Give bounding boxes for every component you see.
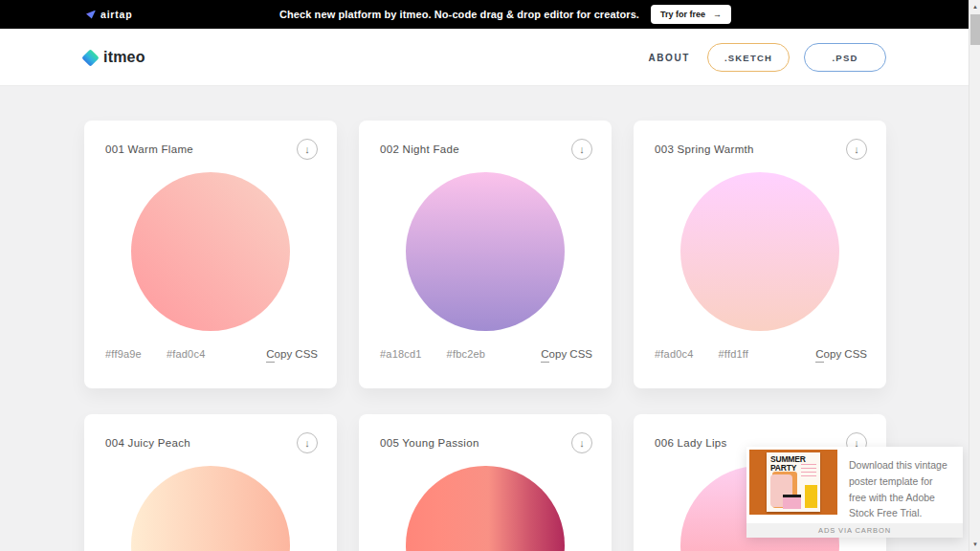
- download-icon[interactable]: ↓: [297, 139, 318, 160]
- download-icon[interactable]: ↓: [846, 139, 867, 160]
- carbon-ad-image-link[interactable]: SUMMER PARTY: [749, 450, 837, 515]
- hex-value-2: #fad0c4: [167, 348, 206, 360]
- download-icon[interactable]: ↓: [571, 139, 592, 160]
- gradient-circle: [406, 466, 565, 551]
- card-header: 001 Warm Flame ↓: [84, 121, 337, 160]
- hex-value-1: #ff9a9e: [105, 348, 142, 360]
- arrow-right-icon: →: [713, 10, 722, 19]
- card-title: 001 Warm Flame: [105, 143, 193, 155]
- scrollbar-track[interactable]: ▲ ▼: [969, 0, 980, 551]
- gradient-card-001: 001 Warm Flame ↓ #ff9a9e #fad0c4 Copy CS…: [84, 121, 337, 388]
- gradient-circle: [406, 172, 565, 331]
- summer-party-poster: SUMMER PARTY: [767, 452, 820, 512]
- card-title: 006 Lady Lips: [655, 437, 727, 449]
- sketch-download-button[interactable]: .SKETCH: [707, 43, 790, 72]
- gradient-circle: [680, 172, 839, 331]
- hex-value-1: #fad0c4: [655, 348, 694, 360]
- gradient-card-004: 004 Juicy Peach ↓: [84, 414, 337, 551]
- try-for-free-label: Try for free: [660, 10, 705, 19]
- psd-download-button[interactable]: .PSD: [804, 43, 886, 72]
- download-icon[interactable]: ↓: [297, 432, 318, 453]
- hex-value-1: #a18cd1: [380, 348, 422, 360]
- card-title: 003 Spring Warmth: [655, 143, 754, 155]
- poster-text-lines: [801, 464, 816, 477]
- announcement-center: Check new platform by itmeo. No-code dra…: [21, 0, 980, 29]
- hex-value-2: #fbc2eb: [447, 348, 486, 360]
- scroll-up-icon[interactable]: ▲: [969, 1, 980, 12]
- card-title: 002 Night Fade: [380, 143, 459, 155]
- card-header: 002 Night Fade ↓: [359, 121, 612, 160]
- scroll-down-icon[interactable]: ▼: [969, 539, 980, 550]
- scrollbar-thumb[interactable]: [970, 14, 980, 45]
- gradient-card-003: 003 Spring Warmth ↓ #fad0c4 #ffd1ff Copy…: [634, 121, 886, 388]
- site-header: itmeo ABOUT .SKETCH .PSD: [0, 29, 969, 86]
- gradient-card-005: 005 Young Passion ↓: [359, 414, 612, 551]
- copy-css-link[interactable]: Copy CSS: [266, 348, 318, 360]
- itmeo-diamond-icon: [81, 49, 99, 66]
- download-icon[interactable]: ↓: [571, 432, 592, 453]
- gradient-circle: [131, 172, 290, 331]
- poster-yellow-shape: [805, 485, 817, 508]
- card-header: 004 Juicy Peach ↓: [84, 414, 337, 453]
- copy-css-link[interactable]: Copy CSS: [815, 348, 867, 360]
- hex-value-2: #ffd1ff: [719, 348, 749, 360]
- card-title: 004 Juicy Peach: [105, 437, 190, 449]
- try-for-free-button[interactable]: Try for free →: [651, 5, 731, 24]
- header-nav: ABOUT .SKETCH .PSD: [648, 29, 886, 86]
- gradient-circle: [131, 466, 290, 551]
- gradient-card-002: 002 Night Fade ↓ #a18cd1 #fbc2eb Copy CS…: [359, 121, 612, 388]
- card-footer: #fad0c4 #ffd1ff Copy CSS: [634, 331, 886, 360]
- carbon-ad-body: SUMMER PARTY Download this vintage poste…: [746, 447, 963, 521]
- itmeo-logo-link[interactable]: itmeo: [84, 29, 145, 86]
- card-footer: #a18cd1 #fbc2eb Copy CSS: [359, 331, 612, 360]
- card-header: 003 Spring Warmth ↓: [634, 121, 886, 160]
- carbon-ad: SUMMER PARTY Download this vintage poste…: [746, 447, 963, 538]
- nav-about-link[interactable]: ABOUT: [648, 53, 690, 63]
- card-header: 005 Young Passion ↓: [359, 414, 612, 453]
- announcement-message: Check new platform by itmeo. No-code dra…: [279, 9, 639, 20]
- copy-css-link[interactable]: Copy CSS: [541, 348, 592, 360]
- announcement-bar: airtap Check new platform by itmeo. No-c…: [0, 0, 969, 29]
- ads-via-carbon-label: ADS VIA CARBON: [746, 523, 963, 538]
- card-title: 005 Young Passion: [380, 437, 479, 449]
- carbon-ad-text-link[interactable]: Download this vintage poster template fo…: [837, 450, 960, 521]
- poster-cup-shape: [783, 495, 801, 509]
- itmeo-logo-label: itmeo: [103, 49, 145, 66]
- card-footer: #ff9a9e #fad0c4 Copy CSS: [84, 331, 337, 360]
